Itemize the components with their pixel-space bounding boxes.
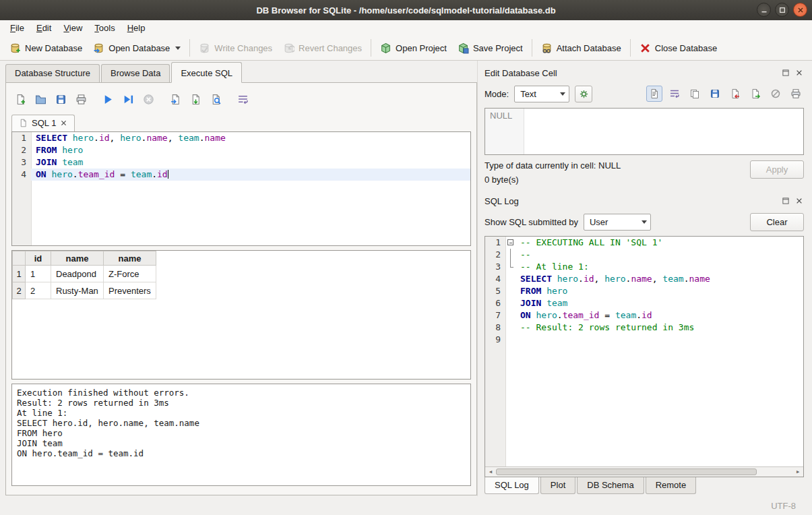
sql-editor-tab[interactable]: SQL 1 xyxy=(11,115,75,131)
line-number: 9 xyxy=(485,334,505,346)
close-button[interactable] xyxy=(793,3,807,17)
write-changes-button[interactable]: Write Changes xyxy=(193,39,278,57)
save-button[interactable] xyxy=(707,86,723,102)
tab-browse-data[interactable]: Browse Data xyxy=(101,64,170,82)
table-cell[interactable]: Deadpond xyxy=(51,266,104,282)
cell-editor-icons xyxy=(646,86,804,102)
column-header-id[interactable]: id xyxy=(26,251,51,266)
line-number: 2 xyxy=(12,144,31,156)
table-cell[interactable]: Rusty-Man xyxy=(51,282,104,299)
table-cell[interactable]: 2 xyxy=(26,282,51,299)
save-results-icon xyxy=(190,94,201,105)
save-project-button[interactable]: Save Project xyxy=(452,39,528,57)
attach-database-button[interactable]: Attach Database xyxy=(536,39,627,57)
dock-tab-db-schema[interactable]: DB Schema xyxy=(577,477,644,494)
save-results-button[interactable] xyxy=(187,90,204,108)
menu-view[interactable]: View xyxy=(57,22,88,35)
sql-editor[interactable]: 1SELECT hero.id, hero.name, team.name2FR… xyxy=(11,131,471,246)
toolbar-separator xyxy=(532,39,532,57)
print-button[interactable] xyxy=(72,90,90,108)
minimize-icon xyxy=(759,5,769,15)
menu-edit[interactable]: Edit xyxy=(30,22,57,35)
menu-file[interactable]: File xyxy=(4,22,30,35)
revert-changes-button[interactable]: Revert Changes xyxy=(278,39,367,57)
scrollbar-track[interactable] xyxy=(496,467,792,477)
open-project-button[interactable]: Open Project xyxy=(375,39,452,57)
left-pane: Database StructureBrowse DataExecute SQL… xyxy=(0,61,477,496)
column-header-name[interactable]: name xyxy=(104,251,156,266)
export-icon xyxy=(750,88,761,99)
stop-button[interactable] xyxy=(139,90,157,108)
new-tab-button[interactable] xyxy=(11,90,29,108)
execute-line-button[interactable] xyxy=(119,90,137,108)
scroll-left-icon[interactable]: ◀ xyxy=(485,467,496,477)
open-sql-file-button[interactable] xyxy=(32,90,49,108)
editor-line: 3JOIN team xyxy=(12,156,470,169)
word-wrap-button[interactable] xyxy=(666,86,683,102)
window-close-icon xyxy=(796,5,805,15)
dock-tab-plot[interactable]: Plot xyxy=(540,477,575,494)
sql-editor-tab-bar: SQL 1 xyxy=(11,113,471,131)
scrollbar-thumb[interactable] xyxy=(496,468,757,475)
scroll-right-icon[interactable]: ▶ xyxy=(792,467,803,477)
log-line: 1-- EXECUTING ALL IN 'SQL 1' xyxy=(485,237,803,249)
line-number: 4 xyxy=(12,169,31,181)
open-database-button[interactable]: Open Database xyxy=(88,39,186,57)
export-results-button[interactable] xyxy=(166,90,184,108)
grid-corner[interactable] xyxy=(13,251,26,266)
close-dock-icon[interactable] xyxy=(794,68,804,78)
execute-all-button[interactable] xyxy=(99,90,117,108)
column-header-name[interactable]: name xyxy=(51,251,104,266)
minimize-button[interactable] xyxy=(757,3,771,17)
line-number: 1 xyxy=(485,237,505,249)
print-icon xyxy=(790,88,801,99)
table-cell[interactable]: Z-Force xyxy=(104,266,156,282)
maximize-button[interactable] xyxy=(775,3,789,17)
menu-tools[interactable]: Tools xyxy=(88,22,121,35)
mode-value: Text xyxy=(520,89,536,99)
line-number: 3 xyxy=(12,156,31,169)
close-database-button[interactable]: Close Database xyxy=(634,39,723,57)
open-database-icon xyxy=(93,42,104,54)
title-bar[interactable]: DB Browser for SQLite - /home/user/code/… xyxy=(0,0,812,20)
float-dock-icon[interactable] xyxy=(780,196,790,206)
row-header[interactable]: 2 xyxy=(13,282,26,299)
line-number: 4 xyxy=(485,273,505,285)
table-cell[interactable]: Preventers xyxy=(104,282,156,299)
execute-all-icon xyxy=(102,94,114,105)
table-cell[interactable]: 1 xyxy=(26,266,51,282)
import-button[interactable] xyxy=(727,86,743,102)
cell-value-editor[interactable]: NULL xyxy=(485,108,804,155)
editor-line: 4ON hero.team_id = team.id xyxy=(12,169,470,181)
word-wrap-button[interactable] xyxy=(234,90,251,108)
copy-button[interactable] xyxy=(687,86,703,102)
sql-log-view[interactable]: 1-- EXECUTING ALL IN 'SQL 1'2--3-- At li… xyxy=(485,236,804,477)
row-header[interactable]: 1 xyxy=(13,266,26,282)
export-button[interactable] xyxy=(747,86,763,102)
print-button[interactable] xyxy=(788,86,804,102)
mode-select[interactable]: Text xyxy=(514,86,569,102)
close-tab-icon[interactable] xyxy=(60,119,67,127)
set-null-button[interactable] xyxy=(768,86,784,102)
log-filter-select[interactable]: User xyxy=(584,214,651,231)
log-line: 3-- At line 1: xyxy=(485,261,803,273)
float-dock-icon[interactable] xyxy=(780,68,790,78)
log-line: 7ON hero.team_id = team.id xyxy=(485,309,803,322)
chevron-down-icon[interactable] xyxy=(175,47,181,50)
menu-help[interactable]: Help xyxy=(121,22,152,35)
chevron-down-icon xyxy=(560,92,565,96)
clear-button[interactable]: Clear xyxy=(750,213,804,231)
close-dock-icon[interactable] xyxy=(794,196,804,206)
tab-execute-sql[interactable]: Execute SQL xyxy=(171,62,242,83)
auto-format-button[interactable] xyxy=(575,86,592,102)
save-sql-file-button[interactable] xyxy=(52,90,69,108)
apply-button[interactable]: Apply xyxy=(750,160,804,179)
tab-database-structure[interactable]: Database Structure xyxy=(5,64,100,82)
dock-tab-sql-log[interactable]: SQL Log xyxy=(485,477,539,494)
log-filter-label: Show SQL submitted by xyxy=(485,217,578,227)
dock-tab-remote[interactable]: Remote xyxy=(646,477,697,494)
new-database-button[interactable]: New Database xyxy=(4,39,88,57)
find-replace-button[interactable] xyxy=(207,90,224,108)
horizontal-scrollbar[interactable]: ◀ ▶ xyxy=(485,466,803,477)
text-mode-button[interactable] xyxy=(646,86,662,102)
